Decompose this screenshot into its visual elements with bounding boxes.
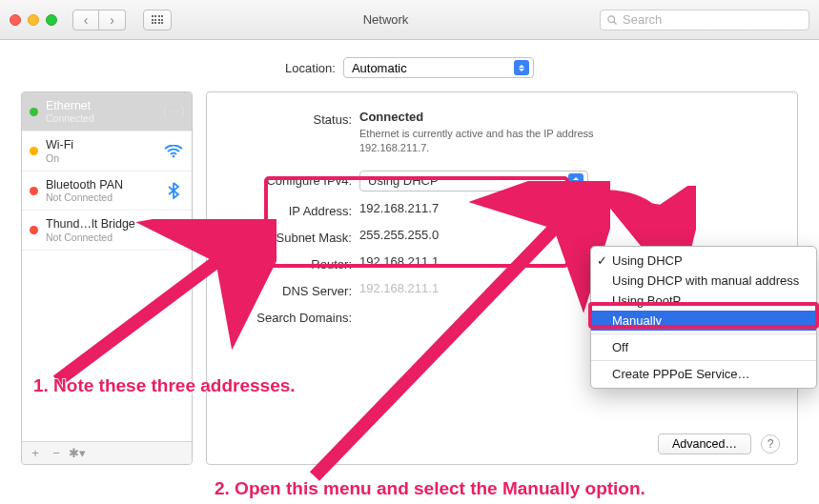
- location-select[interactable]: Automatic: [343, 57, 534, 78]
- chevron-updown-icon: [514, 60, 529, 75]
- sidebar-item-wifi[interactable]: Wi-FiOn: [22, 131, 192, 171]
- search-input[interactable]: Search: [600, 10, 809, 30]
- window-title: Network: [179, 12, 592, 27]
- location-value: Automatic: [352, 61, 407, 75]
- ip-label: IP Address:: [207, 201, 359, 218]
- interface-actions-button[interactable]: ✱▾: [68, 446, 87, 460]
- grid-icon: [152, 15, 164, 24]
- sidebar-item-bluetooth[interactable]: Bluetooth PANNot Connected: [22, 171, 192, 211]
- configure-ipv4-menu: Using DHCP Using DHCP with manual addres…: [590, 246, 817, 389]
- search-placeholder: Search: [623, 12, 662, 27]
- titlebar: ‹ › Network Search: [0, 0, 819, 40]
- close-window-button[interactable]: [10, 14, 21, 26]
- svg-point-0: [608, 15, 615, 22]
- menu-item-bootp[interactable]: Using BootP: [591, 291, 816, 311]
- status-label: Status:: [207, 110, 359, 155]
- menu-separator: [591, 333, 816, 334]
- menu-item-dhcp-manual[interactable]: Using DHCP with manual address: [591, 271, 816, 291]
- annotation-text-2: 2. Open this menu and select the Manuall…: [215, 478, 645, 499]
- advanced-button[interactable]: Advanced…: [658, 433, 751, 454]
- add-interface-button[interactable]: +: [26, 446, 45, 460]
- menu-item-create-pppoe[interactable]: Create PPPoE Service…: [591, 364, 816, 384]
- thunderbolt-icon: ⟨⋯⟩: [163, 222, 184, 239]
- menu-separator: [591, 360, 816, 361]
- status-value: Connected: [359, 110, 778, 124]
- chevron-updown-icon: [568, 173, 584, 189]
- status-dot: [30, 226, 38, 234]
- back-button[interactable]: ‹: [72, 10, 99, 30]
- remove-interface-button[interactable]: −: [47, 446, 66, 460]
- svg-point-2: [173, 154, 175, 157]
- wifi-icon: [163, 143, 184, 160]
- help-button[interactable]: ?: [761, 434, 780, 454]
- show-all-button[interactable]: [143, 10, 172, 30]
- location-row: Location: Automatic: [0, 40, 819, 91]
- ethernet-icon: ⟨⋯⟩: [163, 103, 184, 120]
- menu-item-off[interactable]: Off: [591, 337, 816, 357]
- status-dot: [30, 108, 38, 116]
- status-dot: [30, 147, 38, 155]
- status-dot: [30, 187, 38, 195]
- bluetooth-icon: [163, 182, 184, 199]
- traffic-lights: [10, 14, 57, 26]
- location-label: Location:: [285, 61, 336, 75]
- sidebar-footer: + − ✱▾: [22, 441, 192, 464]
- configure-ipv4-select[interactable]: Using DHCP: [359, 171, 588, 192]
- subnet-value: 255.255.255.0: [359, 228, 778, 245]
- ip-value: 192.168.211.7: [359, 201, 778, 218]
- svg-line-1: [614, 21, 617, 24]
- minimize-window-button[interactable]: [28, 14, 39, 26]
- router-label: Router:: [207, 254, 359, 272]
- sidebar-item-ethernet[interactable]: EthernetConnected ⟨⋯⟩: [22, 92, 192, 131]
- dns-label: DNS Server:: [207, 281, 359, 298]
- menu-item-dhcp[interactable]: Using DHCP: [591, 251, 816, 271]
- menu-item-manually[interactable]: Manually: [591, 311, 816, 331]
- status-description: Ethernet is currently active and has the…: [359, 127, 607, 155]
- interface-sidebar: EthernetConnected ⟨⋯⟩ Wi-FiOn Bluetooth …: [21, 91, 193, 465]
- search-icon: [606, 14, 618, 26]
- annotation-text-1: 1. Note these three addresses.: [33, 375, 296, 396]
- search-domains-label: Search Domains:: [207, 308, 359, 325]
- zoom-window-button[interactable]: [46, 14, 57, 26]
- configure-label: Configure IPv4:: [207, 171, 359, 192]
- subnet-label: Subnet Mask:: [207, 228, 359, 245]
- sidebar-item-thunderbolt[interactable]: Thund…lt BridgeNot Connected ⟨⋯⟩: [22, 211, 192, 250]
- forward-button[interactable]: ›: [99, 10, 126, 30]
- nav-back-forward: ‹ ›: [72, 10, 126, 30]
